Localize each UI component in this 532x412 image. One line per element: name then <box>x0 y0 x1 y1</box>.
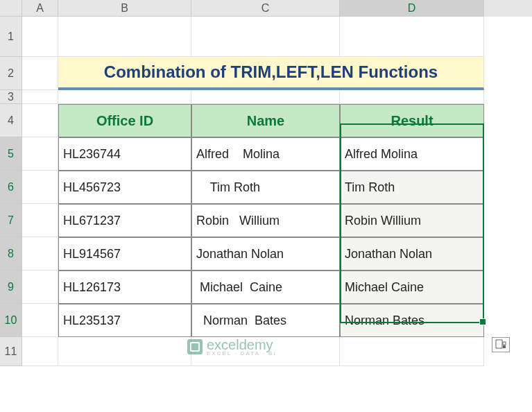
watermark-subtitle: EXCEL · DATA · BI <box>207 350 277 357</box>
paste-options-icon <box>495 339 506 350</box>
cell-b3[interactable] <box>58 90 191 104</box>
cell-result-0[interactable]: Alfred Molina <box>340 137 484 171</box>
cell-a2[interactable] <box>22 57 58 90</box>
cell-d11[interactable] <box>340 337 484 366</box>
row-header-10[interactable]: 10 <box>0 304 22 337</box>
cell-officeid-1[interactable]: HL456723 <box>58 171 191 204</box>
row-3: 3 <box>0 90 532 104</box>
row-header-9[interactable]: 9 <box>0 271 22 304</box>
col-header-b[interactable]: B <box>58 0 191 17</box>
row-header-6[interactable]: 6 <box>0 171 22 204</box>
header-name[interactable]: Name <box>191 104 340 137</box>
cell-result-5[interactable]: Norman Bates <box>340 304 484 337</box>
exceldemy-logo-icon <box>187 339 203 354</box>
watermark: exceldemy EXCEL · DATA · BI <box>187 337 277 357</box>
cell-b1[interactable] <box>58 17 191 57</box>
row-5: 5 HL236744 Alfred Molina Alfred Molina <box>0 137 532 171</box>
cell-name-0[interactable]: Alfred Molina <box>191 137 340 171</box>
svg-rect-2 <box>503 342 506 345</box>
paste-options-button[interactable] <box>492 337 510 352</box>
cell-name-2[interactable]: Robin Willium <box>191 204 340 237</box>
cell-result-2[interactable]: Robin Willium <box>340 204 484 237</box>
row-9: 9 HL126173 Michael Caine Michael Caine <box>0 271 532 304</box>
row-header-7[interactable]: 7 <box>0 204 22 237</box>
row-header-4[interactable]: 4 <box>0 104 22 137</box>
cell-result-1[interactable]: Tim Roth <box>340 171 484 204</box>
cell-a9[interactable] <box>22 271 58 304</box>
row-header-2[interactable]: 2 <box>0 57 22 90</box>
cell-a5[interactable] <box>22 137 58 171</box>
row-header-8[interactable]: 8 <box>0 237 22 271</box>
col-header-a[interactable]: A <box>22 0 58 17</box>
col-header-d[interactable]: D <box>340 0 484 17</box>
row-header-3[interactable]: 3 <box>0 90 22 104</box>
row-6: 6 HL456723 Tim Roth Tim Roth <box>0 171 532 204</box>
cell-officeid-5[interactable]: HL235137 <box>58 304 191 337</box>
svg-rect-0 <box>496 340 502 348</box>
cell-a1[interactable] <box>22 17 58 57</box>
cell-officeid-2[interactable]: HL671237 <box>58 204 191 237</box>
cell-name-1[interactable]: Tim Roth <box>191 171 340 204</box>
cell-c3[interactable] <box>191 90 340 104</box>
cell-a11[interactable] <box>22 337 58 366</box>
row-8: 8 HL914567 Jonathan Nolan Jonathan Nolan <box>0 237 532 271</box>
row-7: 7 HL671237 Robin Willium Robin Willium <box>0 204 532 237</box>
cell-a7[interactable] <box>22 204 58 237</box>
cell-officeid-0[interactable]: HL236744 <box>58 137 191 171</box>
cell-b11[interactable] <box>58 337 191 366</box>
title-cell[interactable]: Combination of TRIM,LEFT,LEN Functions <box>58 57 484 90</box>
cell-name-3[interactable]: Jonathan Nolan <box>191 237 340 271</box>
select-all-corner[interactable] <box>0 0 22 17</box>
cell-officeid-4[interactable]: HL126173 <box>58 271 191 304</box>
header-office-id[interactable]: Office ID <box>58 104 191 137</box>
row-2: 2 Combination of TRIM,LEFT,LEN Functions <box>0 57 532 90</box>
row-10: 10 HL235137 Norman Bates Norman Bates <box>0 304 532 337</box>
cell-d3[interactable] <box>340 90 484 104</box>
cell-c1[interactable] <box>191 17 340 57</box>
cell-a8[interactable] <box>22 237 58 271</box>
row-1: 1 <box>0 17 532 57</box>
cell-a10[interactable] <box>22 304 58 337</box>
spreadsheet-grid: A B C D 1 2 Combination of TRIM,LEFT,LEN… <box>0 0 532 366</box>
row-header-1[interactable]: 1 <box>0 17 22 57</box>
cell-name-4[interactable]: Michael Caine <box>191 271 340 304</box>
cell-officeid-3[interactable]: HL914567 <box>58 237 191 271</box>
row-4: 4 Office ID Name Result <box>0 104 532 137</box>
cell-d1[interactable] <box>340 17 484 57</box>
header-result[interactable]: Result <box>340 104 484 137</box>
col-header-c[interactable]: C <box>191 0 340 17</box>
cell-result-4[interactable]: Michael Caine <box>340 271 484 304</box>
cell-result-3[interactable]: Jonathan Nolan <box>340 237 484 271</box>
watermark-text-wrap: exceldemy EXCEL · DATA · BI <box>207 337 277 357</box>
svg-rect-1 <box>503 345 506 348</box>
row-header-11[interactable]: 11 <box>0 337 22 366</box>
column-headers-row: A B C D <box>0 0 532 17</box>
cell-a3[interactable] <box>22 90 58 104</box>
row-header-5[interactable]: 5 <box>0 137 22 171</box>
cell-a4[interactable] <box>22 104 58 137</box>
cell-name-5[interactable]: Norman Bates <box>191 304 340 337</box>
cell-a6[interactable] <box>22 171 58 204</box>
